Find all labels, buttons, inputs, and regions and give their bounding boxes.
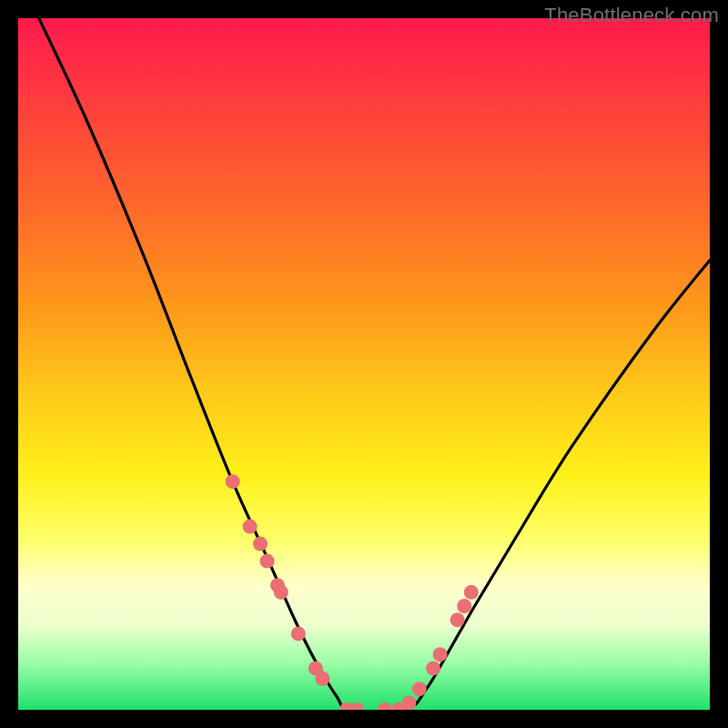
data-point — [457, 599, 471, 613]
bottleneck-curve — [39, 18, 710, 710]
data-point — [260, 554, 275, 569]
data-point — [226, 474, 240, 489]
marker-group — [226, 474, 479, 710]
data-point — [253, 537, 268, 551]
data-point — [426, 661, 440, 675]
attribution-text: TheBottleneck.com — [544, 4, 719, 27]
data-point — [291, 626, 306, 641]
data-point — [401, 695, 416, 710]
data-point — [464, 585, 479, 600]
data-point — [450, 612, 465, 627]
data-point — [412, 682, 427, 696]
chart-svg — [18, 18, 710, 710]
data-point — [433, 647, 448, 662]
chart-frame: TheBottleneck.com — [0, 0, 728, 728]
curve-group — [39, 18, 710, 710]
data-point — [243, 520, 258, 534]
data-point — [378, 703, 392, 710]
chart-plot-area — [18, 18, 710, 710]
data-point — [315, 672, 329, 686]
data-point — [349, 703, 364, 710]
data-point — [274, 585, 288, 600]
